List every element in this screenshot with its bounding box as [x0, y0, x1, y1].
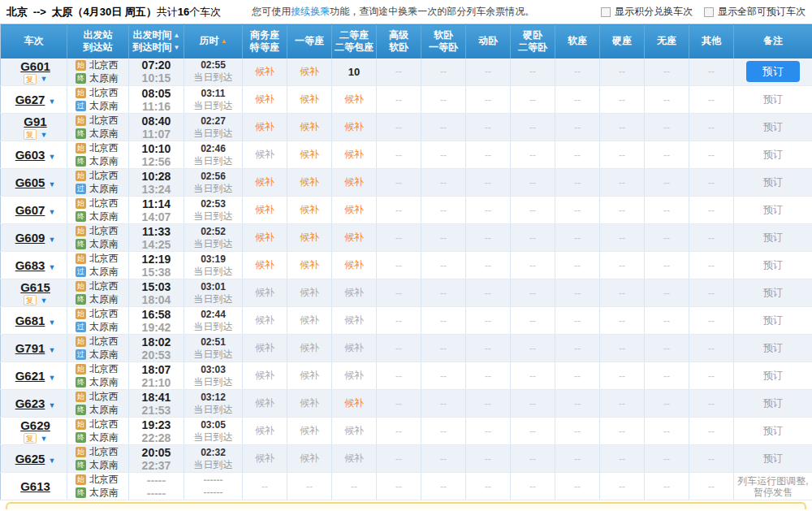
train-link[interactable]: G681	[15, 314, 45, 327]
book-button[interactable]: 预订	[746, 61, 800, 82]
station-cell: 始北京西过太原南	[67, 169, 129, 197]
duration: 03:01	[184, 281, 242, 293]
station-cell: 始北京西过太原南	[67, 86, 129, 114]
train-link[interactable]: G601	[20, 59, 50, 73]
seat-second-class: 候补	[332, 114, 377, 141]
bookable-trains-option[interactable]: 显示全部可预订车次	[704, 5, 806, 19]
departure-time: 11:14	[129, 197, 184, 210]
seat-second-class: 候补	[332, 169, 377, 197]
seat-soft-sleeper: --	[421, 86, 466, 114]
train-row-G681: G681▼始北京西过太原南16:5819:4202:44当日到达候补候补候补--…	[1, 307, 812, 335]
train-link[interactable]: G607	[15, 203, 45, 217]
remark-cell: 预订	[734, 114, 812, 141]
seat-second-class: 候补	[332, 279, 377, 307]
seat-first-class: 候补	[287, 445, 332, 473]
train-link[interactable]: G621	[15, 369, 45, 383]
seat-hard-seat: --	[600, 307, 645, 335]
train-link[interactable]: G613	[20, 479, 50, 493]
seat-hard-sleeper: --	[511, 86, 555, 114]
points-trains-option[interactable]: 显示积分兑换车次	[601, 5, 693, 19]
filter-checkboxes: 显示积分兑换车次 显示全部可预订车次	[601, 5, 806, 19]
seat-first-class: 候补	[287, 58, 332, 86]
tip-post: 功能，查询途中换乘一次的部分列车余票情况。	[330, 6, 534, 17]
arrival-time: 10:15	[129, 71, 184, 84]
points-trains-checkbox[interactable]	[601, 7, 611, 17]
duration: 02:46	[184, 143, 242, 155]
seat-second-class: --	[332, 473, 377, 500]
station-cell: 始北京西终太原南	[67, 445, 129, 473]
transfer-link[interactable]: 接续换乘	[291, 6, 330, 17]
seat-premium-soft-sleeper: --	[377, 418, 421, 445]
train-link[interactable]: G683	[15, 258, 45, 272]
train-row-G791: G791▼始北京西过太原南18:0220:5302:51当日到达候补候补候补--…	[1, 335, 812, 362]
expand-arrow-icon[interactable]: ▼	[48, 235, 55, 245]
arrival-time: 21:10	[129, 376, 184, 389]
train-cell: G627▼	[1, 86, 67, 114]
expand-arrow-icon[interactable]: ▼	[41, 296, 48, 305]
train-table: 车次出发站到达站出发时间▲到达时间▼历时▲商务座特等座一等座二等座二等包座高级软…	[0, 24, 812, 500]
expand-arrow-icon[interactable]: ▼	[48, 97, 55, 106]
train-link[interactable]: G623	[15, 396, 45, 410]
seat-premium-soft-sleeper: --	[377, 335, 421, 362]
expand-arrow-icon[interactable]: ▼	[48, 152, 55, 162]
seat-first-class: 候补	[287, 362, 332, 390]
from-station: 北京西	[89, 418, 119, 431]
seat-business-premium: 候补	[243, 335, 287, 362]
arrival-time: 14:07	[129, 210, 184, 223]
train-link[interactable]: G627	[15, 93, 45, 106]
seat-other: --	[689, 390, 734, 418]
expand-arrow-icon[interactable]: ▼	[48, 345, 55, 355]
seat-soft-sleeper: --	[421, 58, 466, 86]
train-link[interactable]: G603	[15, 148, 45, 162]
expand-arrow-icon[interactable]: ▼	[48, 373, 55, 383]
expand-arrow-icon[interactable]: ▼	[48, 318, 55, 327]
seat-dong-sleeper: --	[466, 307, 511, 335]
seat-soft-seat: --	[555, 307, 600, 335]
seat-business-premium: 候补	[243, 390, 287, 418]
sort-descending-icon[interactable]: ▼	[174, 44, 180, 51]
arrive-day-note: 当日到达	[184, 238, 242, 250]
sort-ascending-icon[interactable]: ▲	[221, 37, 227, 45]
train-link[interactable]: G629	[20, 418, 50, 432]
seat-business-premium: 候补	[243, 86, 287, 114]
expand-arrow-icon[interactable]: ▼	[48, 207, 55, 217]
column-header-duration[interactable]: 历时▲	[184, 24, 243, 58]
seat-soft-sleeper: --	[421, 169, 466, 197]
start-station-icon: 始	[76, 309, 86, 319]
end-station-icon: 终	[76, 405, 86, 415]
arrive-day-note: 当日到达	[184, 128, 242, 140]
duration-cell: 02:51当日到达	[184, 335, 243, 362]
expand-arrow-icon[interactable]: ▼	[41, 74, 48, 84]
expand-arrow-icon[interactable]: ▼	[48, 456, 55, 466]
train-link[interactable]: G615	[20, 280, 50, 294]
remark-cell: 预订	[734, 362, 812, 390]
train-link[interactable]: G625	[15, 452, 45, 466]
seat-first-class: 候补	[287, 252, 332, 279]
expand-arrow-icon[interactable]: ▼	[48, 401, 55, 410]
column-header-times[interactable]: 出发时间▲到达时间▼	[129, 24, 184, 58]
duration-cell: 02:27当日到达	[184, 114, 243, 141]
bookable-trains-checkbox[interactable]	[704, 7, 714, 17]
expand-arrow-icon[interactable]: ▼	[41, 434, 48, 444]
book-disabled-label: 预订	[763, 287, 783, 298]
train-link[interactable]: G91	[24, 115, 46, 128]
train-link[interactable]: G791	[15, 341, 45, 355]
expand-arrow-icon[interactable]: ▼	[48, 180, 55, 189]
seat-soft-sleeper: --	[421, 197, 466, 224]
end-station-icon: 终	[76, 211, 86, 222]
seat-no-seat: --	[645, 86, 689, 114]
seat-hard-sleeper: --	[511, 169, 555, 197]
train-link[interactable]: G609	[15, 231, 45, 245]
column-label: 一等卧	[429, 41, 458, 53]
start-station-icon: 始	[76, 474, 86, 485]
train-link[interactable]: G605	[15, 175, 45, 189]
time-cell: 11:1414:07	[129, 197, 184, 224]
seat-premium-soft-sleeper: --	[377, 58, 421, 86]
expand-arrow-icon[interactable]: ▼	[41, 130, 48, 140]
sort-ascending-icon[interactable]: ▲	[174, 32, 180, 39]
seat-hard-seat: --	[600, 252, 645, 279]
station-cell: 始北京西终太原南	[67, 418, 129, 445]
expand-arrow-icon[interactable]: ▼	[48, 262, 55, 272]
station-cell: 始北京西终太原南	[67, 362, 129, 390]
to-station: 太原南	[89, 71, 119, 85]
